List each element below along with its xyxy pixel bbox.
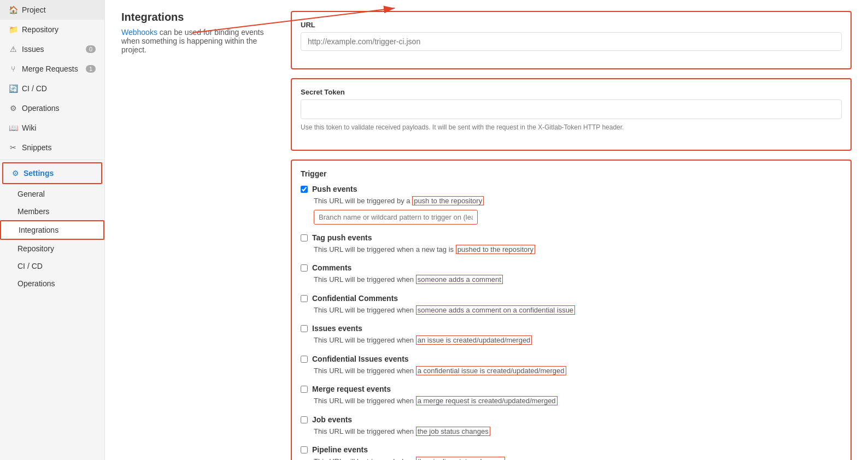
secret-token-section: Secret Token Use this token to validate … xyxy=(291,78,852,151)
sidebar-item-label: Settings xyxy=(24,169,54,178)
tag-push-highlight: pushed to the repository xyxy=(456,245,535,254)
pipeline-desc: This URL will be triggered when the pipe… xyxy=(314,456,842,460)
trigger-section: Trigger Push events This URL will be tri… xyxy=(291,160,852,460)
confidential-comments-checkbox[interactable] xyxy=(301,295,308,302)
trigger-item-issues: Issues events This URL will be triggered… xyxy=(301,324,842,346)
issues-highlight: an issue is created/updated/merged xyxy=(416,335,532,345)
job-desc: This URL will be triggered when the job … xyxy=(314,426,842,437)
ci-icon: 🔄 xyxy=(9,84,17,93)
sidebar-sub-item-general[interactable]: General xyxy=(0,185,104,203)
tag-push-desc: This URL will be triggered when a new ta… xyxy=(314,244,842,255)
comments-highlight: someone adds a comment xyxy=(416,275,503,284)
secret-token-input[interactable] xyxy=(301,99,842,119)
job-checkbox[interactable] xyxy=(301,416,308,423)
pipeline-checkbox[interactable] xyxy=(301,446,308,453)
trigger-item-tag-push: Tag push events This URL will be trigger… xyxy=(301,233,842,255)
trigger-job-header: Job events xyxy=(301,415,842,424)
settings-icon: ⚙ xyxy=(12,169,19,178)
snippets-icon: ✂ xyxy=(9,143,17,152)
trigger-title: Trigger xyxy=(301,169,842,178)
sidebar-item-label: Operations xyxy=(22,104,59,113)
wiki-icon: 📖 xyxy=(9,123,17,132)
conf-issues-highlight: a confidential issue is created/updated/… xyxy=(416,366,566,375)
sidebar-sub-item-operations[interactable]: Operations xyxy=(0,275,104,292)
merge-highlight: a merge request is created/updated/merge… xyxy=(416,396,558,405)
trigger-item-merge-request: Merge request events This URL will be tr… xyxy=(301,385,842,406)
branch-input[interactable] xyxy=(314,210,478,225)
content-layout: Integrations Webhooks can be used for bi… xyxy=(121,11,852,460)
pipeline-label[interactable]: Pipeline events xyxy=(312,445,368,454)
trigger-item-job: Job events This URL will be triggered wh… xyxy=(301,415,842,437)
issues-desc: This URL will be triggered when an issue… xyxy=(314,335,842,346)
trigger-tag-header: Tag push events xyxy=(301,233,842,242)
repository-icon: 📁 xyxy=(9,25,17,34)
sidebar-sub-item-integrations[interactable]: Integrations xyxy=(0,220,104,240)
sidebar-item-settings[interactable]: ⚙ Settings xyxy=(2,162,102,184)
push-events-desc: This URL will be triggered by a push to … xyxy=(314,196,842,207)
sidebar-item-label: Project xyxy=(22,5,46,14)
url-label: URL xyxy=(301,21,842,29)
comments-label[interactable]: Comments xyxy=(312,263,351,272)
sidebar-item-label: Snippets xyxy=(22,143,51,152)
trigger-push-header: Push events xyxy=(301,185,842,193)
conf-comments-highlight: someone adds a comment on a confidential… xyxy=(416,305,575,315)
sidebar-item-snippets[interactable]: ✂ Snippets xyxy=(0,138,104,157)
secret-token-label: Secret Token xyxy=(301,88,842,96)
sidebar-item-wiki[interactable]: 📖 Wiki xyxy=(0,118,104,138)
sidebar-item-label: Issues xyxy=(22,45,44,54)
trigger-item-push: Push events This URL will be triggered b… xyxy=(301,185,842,225)
issues-label[interactable]: Issues events xyxy=(312,324,362,333)
comments-desc: This URL will be triggered when someone … xyxy=(314,274,842,285)
page-title: Integrations xyxy=(121,11,274,23)
merge-request-label[interactable]: Merge request events xyxy=(312,385,391,393)
comments-checkbox[interactable] xyxy=(301,264,308,272)
issues-icon: ⚠ xyxy=(9,45,17,54)
sidebar-item-project[interactable]: 🏠 Project xyxy=(0,0,104,20)
tag-push-checkbox[interactable] xyxy=(301,234,308,241)
trigger-item-confidential-issues: Confidential Issues events This URL will… xyxy=(301,355,842,376)
tag-push-label[interactable]: Tag push events xyxy=(312,233,372,242)
confidential-comments-label[interactable]: Confidential Comments xyxy=(312,294,398,303)
issues-checkbox[interactable] xyxy=(301,325,308,332)
url-section: URL xyxy=(291,11,852,69)
trigger-issues-header: Issues events xyxy=(301,324,842,333)
merge-request-desc: This URL will be triggered when a merge … xyxy=(314,396,842,406)
confidential-issues-label[interactable]: Confidential Issues events xyxy=(312,355,409,363)
push-highlight: push to the repository xyxy=(412,196,484,205)
confidential-issues-desc: This URL will be triggered when a confid… xyxy=(314,365,842,376)
sidebar-item-label: Wiki xyxy=(22,123,36,132)
push-events-label[interactable]: Push events xyxy=(312,185,357,193)
sidebar-divider xyxy=(0,160,104,160)
project-icon: 🏠 xyxy=(9,5,17,14)
merge-badge: 1 xyxy=(86,65,96,73)
sidebar-item-repository[interactable]: 📁 Repository xyxy=(0,20,104,39)
sidebar-sub-item-repository[interactable]: Repository xyxy=(0,240,104,257)
sidebar-item-merge-requests[interactable]: ⑂ Merge Requests 1 xyxy=(0,59,104,79)
job-label[interactable]: Job events xyxy=(312,415,352,424)
sidebar-item-label: CI / CD xyxy=(22,84,47,93)
main-content: Integrations Webhooks can be used for bi… xyxy=(105,0,868,460)
url-input[interactable] xyxy=(301,32,842,51)
operations-icon: ⚙ xyxy=(9,104,17,113)
sidebar-item-issues[interactable]: ⚠ Issues 0 xyxy=(0,39,104,59)
push-events-checkbox[interactable] xyxy=(301,186,308,193)
sidebar-sub-item-ci-cd[interactable]: CI / CD xyxy=(0,257,104,275)
sidebar-sub-item-members[interactable]: Members xyxy=(0,203,104,220)
trigger-conf-issues-header: Confidential Issues events xyxy=(301,355,842,363)
secret-token-group: Secret Token Use this token to validate … xyxy=(301,88,842,132)
job-highlight: the job status changes xyxy=(416,427,490,436)
webhooks-link[interactable]: Webhooks xyxy=(121,28,157,37)
pipeline-highlight: the pipeline status changes xyxy=(416,457,506,460)
trigger-item-pipeline: Pipeline events This URL will be trigger… xyxy=(301,445,842,460)
page-description: Webhooks can be used for binding events … xyxy=(121,28,274,54)
merge-request-checkbox[interactable] xyxy=(301,386,308,393)
trigger-item-comments: Comments This URL will be triggered when… xyxy=(301,263,842,285)
secret-token-helper: Use this token to validate received payl… xyxy=(301,122,842,132)
sidebar-item-operations[interactable]: ⚙ Operations xyxy=(0,98,104,118)
trigger-item-confidential-comments: Confidential Comments This URL will be t… xyxy=(301,294,842,316)
sidebar-item-ci-cd[interactable]: 🔄 CI / CD xyxy=(0,79,104,98)
sidebar: 🏠 Project 📁 Repository ⚠ Issues 0 ⑂ Merg… xyxy=(0,0,105,460)
url-group: URL xyxy=(301,21,842,51)
confidential-issues-checkbox[interactable] xyxy=(301,356,308,363)
trigger-pipeline-header: Pipeline events xyxy=(301,445,842,454)
